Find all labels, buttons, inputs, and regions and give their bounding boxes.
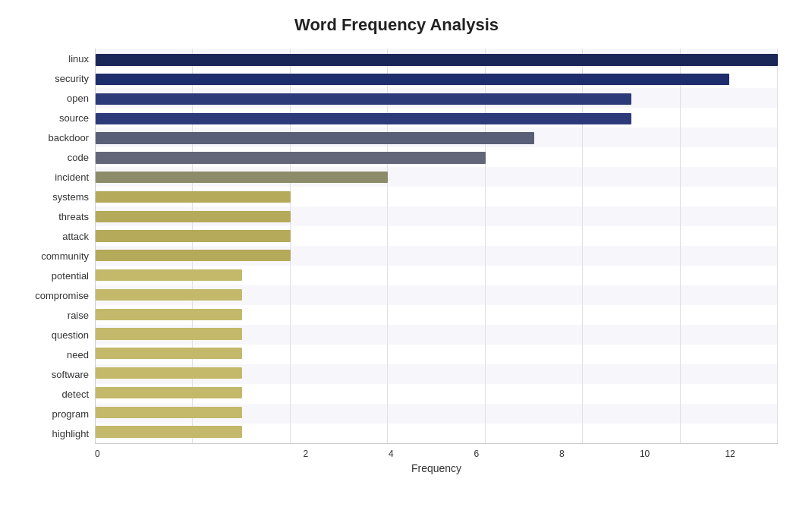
bar-systems: [96, 191, 291, 203]
bar-row: [96, 206, 778, 226]
bar-backdoor: [96, 132, 534, 143]
bar-linux: [96, 54, 778, 65]
bar-row: [96, 128, 778, 148]
bar-row: [96, 422, 778, 442]
bar-program: [96, 407, 242, 418]
bar-row: [96, 344, 778, 364]
bar-row: [96, 324, 778, 344]
x-tick-label: 12: [650, 449, 735, 459]
chart-area: linuxsecurityopensourcebackdoorcodeincid…: [15, 49, 778, 474]
y-label-systems: systems: [15, 187, 95, 206]
bar-row: [96, 148, 778, 168]
bar-need: [96, 348, 242, 359]
y-label-potential: potential: [15, 266, 95, 286]
x-tick-label: 4: [308, 449, 394, 459]
bar-row: [96, 226, 778, 246]
bar-row: [96, 246, 778, 266]
bar-incident: [96, 172, 388, 183]
y-label-incident: incident: [15, 167, 95, 187]
y-label-software: software: [15, 365, 95, 385]
x-tick-label: 10: [565, 449, 650, 459]
bar-row: [96, 187, 778, 207]
bar-threats: [96, 211, 291, 222]
bar-row: [96, 285, 778, 305]
bar-detect: [96, 387, 242, 398]
chart-title: Word Frequency Analysis: [15, 15, 778, 35]
bar-question: [96, 328, 242, 339]
y-label-need: need: [15, 345, 95, 365]
plot-area: linuxsecurityopensourcebackdoorcodeincid…: [15, 49, 778, 444]
x-axis-title: Frequency: [95, 462, 778, 474]
bar-potential: [96, 269, 242, 281]
bar-source: [96, 113, 631, 124]
x-tick-label: 14: [735, 449, 793, 459]
y-label-linux: linux: [15, 49, 95, 68]
bar-row: [96, 364, 778, 383]
y-label-compromise: compromise: [15, 286, 95, 306]
y-label-code: code: [15, 147, 95, 167]
bar-row: [96, 304, 778, 324]
bar-attack: [96, 230, 291, 241]
y-label-source: source: [15, 108, 95, 127]
bar-open: [96, 93, 631, 105]
chart-container: Word Frequency Analysis linuxsecurityope…: [0, 0, 793, 532]
x-tick-label: 8: [479, 449, 565, 459]
y-label-raise: raise: [15, 306, 95, 326]
bar-community: [96, 250, 291, 261]
y-label-detect: detect: [15, 385, 95, 405]
y-label-backdoor: backdoor: [15, 127, 95, 147]
x-tick-label: 0: [95, 449, 181, 459]
bars-and-grid: [95, 49, 778, 444]
x-tick-label: 6: [394, 449, 480, 459]
bar-row: [96, 168, 778, 187]
bar-highlight: [96, 426, 242, 437]
y-label-program: program: [15, 405, 95, 424]
bar-row: [96, 70, 778, 90]
x-axis-labels: 02468101214: [95, 444, 778, 459]
y-label-highlight: highlight: [15, 424, 95, 444]
bar-row: [96, 50, 778, 70]
bar-row: [96, 402, 778, 422]
x-tick-label: 2: [223, 449, 309, 459]
bar-row: [96, 90, 778, 109]
bar-code: [96, 152, 486, 163]
y-label-threats: threats: [15, 206, 95, 226]
bars-container: [96, 49, 778, 443]
bar-row: [96, 266, 778, 285]
bar-compromise: [96, 289, 242, 301]
bar-security: [96, 74, 729, 85]
bar-row: [96, 109, 778, 128]
bar-raise: [96, 309, 242, 320]
y-label-question: question: [15, 326, 95, 345]
y-label-community: community: [15, 246, 95, 266]
y-label-open: open: [15, 88, 95, 108]
y-label-attack: attack: [15, 226, 95, 246]
y-labels: linuxsecurityopensourcebackdoorcodeincid…: [15, 49, 95, 444]
y-label-security: security: [15, 68, 95, 88]
bar-row: [96, 383, 778, 403]
bar-software: [96, 367, 242, 379]
